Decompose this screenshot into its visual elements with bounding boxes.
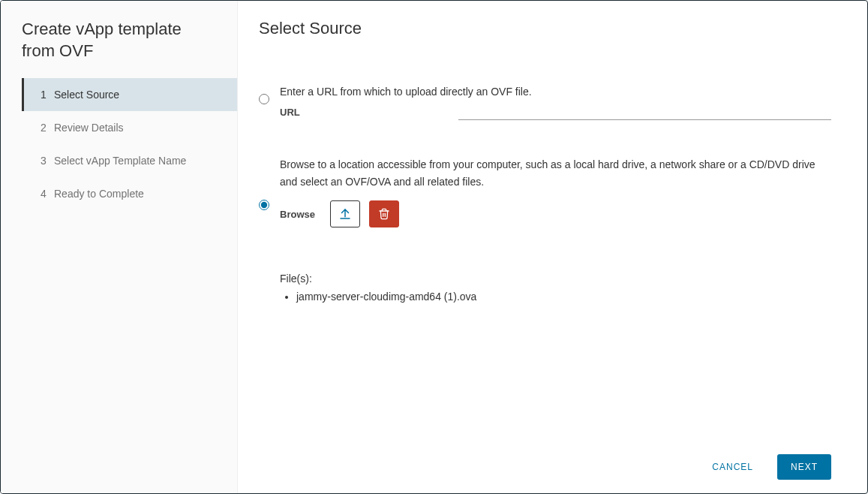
files-section: File(s): jammy-server-cloudimg-amd64 (1)…	[280, 273, 831, 304]
files-label: File(s):	[280, 273, 831, 285]
url-option-content: Enter a URL from which to upload directl…	[280, 83, 831, 120]
step-label: Ready to Complete	[54, 188, 222, 200]
step-select-source[interactable]: 1 Select Source	[22, 78, 237, 111]
wizard-modal: Create vApp template from OVF 1 Select S…	[0, 0, 868, 494]
step-label: Select Source	[54, 89, 222, 101]
step-number: 2	[41, 122, 54, 134]
page-title: Select Source	[259, 19, 831, 38]
modal-body: Create vApp template from OVF 1 Select S…	[1, 1, 867, 493]
url-field-row: URL	[280, 104, 831, 120]
cancel-button[interactable]: CANCEL	[704, 456, 761, 478]
browse-label: Browse	[280, 209, 315, 220]
browse-option-content: Browse to a location accessible from you…	[280, 156, 831, 304]
step-label: Select vApp Template Name	[54, 155, 222, 167]
upload-button[interactable]	[330, 200, 360, 227]
wizard-steps: 1 Select Source 2 Review Details 3 Selec…	[22, 78, 237, 210]
next-button[interactable]: NEXT	[777, 454, 831, 480]
files-list: jammy-server-cloudimg-amd64 (1).ova	[280, 289, 831, 304]
trash-icon	[378, 207, 390, 221]
browse-option-desc: Browse to a location accessible from you…	[280, 156, 831, 190]
radio-col	[259, 83, 280, 107]
wizard-main: Select Source Enter a URL from which to …	[238, 1, 867, 493]
step-number: 4	[41, 188, 54, 200]
url-option-desc: Enter a URL from which to upload directl…	[280, 83, 831, 100]
step-number: 1	[41, 89, 54, 101]
browse-controls-row: Browse	[280, 200, 831, 227]
wizard-sidebar: Create vApp template from OVF 1 Select S…	[1, 1, 238, 493]
file-item: jammy-server-cloudimg-amd64 (1).ova	[296, 289, 831, 304]
wizard-footer: CANCEL NEXT	[238, 442, 867, 493]
url-radio[interactable]	[259, 94, 269, 104]
radio-col	[259, 156, 280, 213]
url-label: URL	[280, 107, 458, 118]
upload-icon	[338, 207, 352, 221]
browse-radio[interactable]	[259, 200, 269, 210]
step-review-details: 2 Review Details	[22, 111, 237, 144]
step-number: 3	[41, 155, 54, 167]
wizard-title: Create vApp template from OVF	[1, 19, 237, 78]
browse-option-row: Browse to a location accessible from you…	[259, 156, 831, 304]
url-option-row: Enter a URL from which to upload directl…	[259, 83, 831, 120]
step-label: Review Details	[54, 122, 222, 134]
step-ready-to-complete: 4 Ready to Complete	[22, 177, 237, 210]
step-select-vapp-template-name: 3 Select vApp Template Name	[22, 144, 237, 177]
url-input[interactable]	[458, 104, 831, 120]
delete-button[interactable]	[369, 200, 399, 227]
